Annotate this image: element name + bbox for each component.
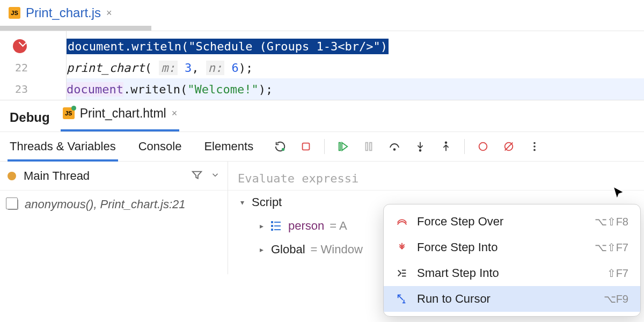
thread-name: Main Thread [24, 169, 184, 183]
menu-item-force-step-into[interactable]: Force Step Into ⌥⇧F7 [384, 235, 640, 260]
code-text: document [67, 82, 123, 97]
var-name: Global [271, 243, 305, 257]
debug-subtabs: Threads & Variables Console Elements [0, 132, 253, 161]
code-text: document.writeln("Schedule (Groups 1-3<b… [68, 40, 387, 53]
chevron-right-icon[interactable]: ▸ [257, 245, 266, 254]
frames-pane: Main Thread anonymous(), Print_chart.js:… [0, 162, 228, 274]
scrollbar-thumb[interactable] [0, 26, 151, 31]
code-text: ); [259, 83, 273, 96]
code-line-21[interactable]: document.writeln("Schedule (Groups 1-3<b… [67, 35, 644, 57]
close-icon[interactable]: × [106, 8, 112, 19]
view-breakpoints-icon[interactable] [475, 139, 491, 154]
stack-frame-row[interactable]: anonymous(), Print_chart.js:21 [0, 191, 228, 218]
thread-status-icon [8, 172, 16, 180]
svg-point-8 [479, 143, 487, 151]
step-into-icon[interactable] [413, 139, 428, 154]
menu-item-force-step-over[interactable]: Force Step Over ⌥⇧F8 [384, 209, 640, 235]
var-value: = A [330, 219, 347, 233]
mouse-cursor [612, 186, 626, 203]
toolbar-icons [273, 139, 553, 154]
code-text: .writeln( [123, 83, 187, 96]
code-text: 3 [185, 61, 192, 75]
debug-config-tab[interactable]: JS Print_chart.html × [63, 100, 178, 131]
chevron-down-icon[interactable]: ▾ [238, 198, 246, 207]
tab-console[interactable]: Console [138, 132, 182, 161]
svg-rect-1 [303, 143, 310, 150]
thread-row[interactable]: Main Thread [0, 162, 228, 191]
var-name: person [288, 219, 324, 233]
menu-shortcut: ⇧F7 [607, 267, 628, 280]
js-file-icon: JS [9, 7, 20, 19]
code-lines[interactable]: document.writeln("Schedule (Groups 1-3<b… [67, 31, 644, 100]
var-value: = Window [311, 243, 363, 257]
code-text: print_chart [67, 61, 145, 75]
step-over-icon[interactable] [387, 139, 402, 154]
menu-shortcut: ⌥⇧F8 [595, 215, 628, 228]
code-line-22[interactable]: print_chart( m: 3, n: 6); [67, 57, 644, 78]
code-text: m: [159, 61, 178, 75]
svg-point-10 [533, 142, 536, 144]
stop-icon[interactable] [298, 139, 313, 154]
array-icon [271, 221, 281, 231]
svg-point-0 [282, 148, 285, 151]
tab-threads-variables[interactable]: Threads & Variables [10, 132, 116, 161]
debug-title: Debug [10, 110, 50, 131]
js-file-icon: JS [63, 107, 75, 119]
separator [324, 139, 325, 154]
close-icon[interactable]: × [172, 108, 178, 119]
svg-point-6 [420, 150, 421, 151]
svg-point-12 [533, 149, 536, 151]
menu-shortcut: ⌥F9 [604, 292, 628, 305]
resume-icon[interactable] [335, 139, 350, 154]
gutter-row-21[interactable] [0, 35, 34, 57]
editor-tab-bar: JS Print_chart.js × [0, 0, 644, 26]
tree-label: Script [252, 195, 282, 209]
svg-point-7 [445, 142, 447, 143]
gutter: 22 23 [0, 31, 34, 100]
force-step-over-icon [396, 216, 408, 228]
code-text: "Welcome!" [187, 83, 258, 96]
code-editor: 22 23 document.writeln("Schedule (Groups… [0, 31, 644, 100]
tab-elements[interactable]: Elements [204, 132, 253, 161]
filter-icon[interactable] [191, 169, 203, 183]
chevron-down-icon[interactable] [210, 170, 220, 182]
breakpoint-icon[interactable] [13, 39, 27, 53]
debug-toolbar: Threads & Variables Console Elements [0, 131, 644, 162]
pause-icon[interactable] [361, 139, 376, 154]
menu-label: Force Step Over [417, 215, 586, 229]
menu-shortcut: ⌥⇧F7 [595, 241, 628, 254]
menu-item-run-to-cursor[interactable]: Run to Cursor ⌥F9 [384, 286, 640, 312]
editor-tab-print-chart-js[interactable]: JS Print_chart.js × [9, 0, 112, 26]
svg-point-5 [394, 149, 396, 150]
code-text: 6 [231, 61, 238, 75]
rerun-icon[interactable] [273, 139, 288, 154]
code-text: n: [206, 61, 225, 75]
stack-frame-label: anonymous(), Print_chart.js:21 [25, 197, 186, 211]
menu-label: Force Step Into [417, 240, 586, 254]
svg-rect-3 [366, 143, 368, 151]
menu-label: Smart Step Into [417, 266, 598, 280]
editor-tab-title: Print_chart.js [26, 5, 101, 20]
mute-breakpoints-icon[interactable] [501, 139, 516, 154]
svg-rect-2 [339, 143, 341, 151]
code-line-23[interactable]: document.writeln("Welcome!"); [67, 78, 644, 100]
more-icon[interactable] [527, 139, 542, 154]
step-out-icon[interactable] [438, 139, 453, 154]
smart-step-into-icon [396, 267, 408, 279]
horizontal-scrollbar[interactable] [0, 26, 644, 31]
chevron-right-icon[interactable]: ▸ [257, 222, 266, 230]
evaluate-expression-input[interactable]: Evaluate expressi [228, 167, 644, 191]
svg-rect-4 [370, 143, 372, 151]
debug-more-actions-menu: Force Step Over ⌥⇧F8 Force Step Into ⌥⇧F… [383, 204, 641, 317]
menu-label: Run to Cursor [417, 292, 595, 306]
gutter-row-23[interactable]: 23 [0, 78, 34, 100]
svg-point-11 [533, 145, 536, 148]
run-to-cursor-icon [396, 293, 408, 305]
menu-item-smart-step-into[interactable]: Smart Step Into ⇧F7 [384, 260, 640, 286]
separator [464, 139, 465, 154]
stack-frame-icon [8, 199, 18, 210]
gutter-row-22[interactable]: 22 [0, 57, 34, 78]
force-step-into-icon [396, 241, 408, 253]
debug-header: Debug JS Print_chart.html × [0, 100, 644, 131]
debug-tab-title: Print_chart.html [80, 106, 166, 121]
